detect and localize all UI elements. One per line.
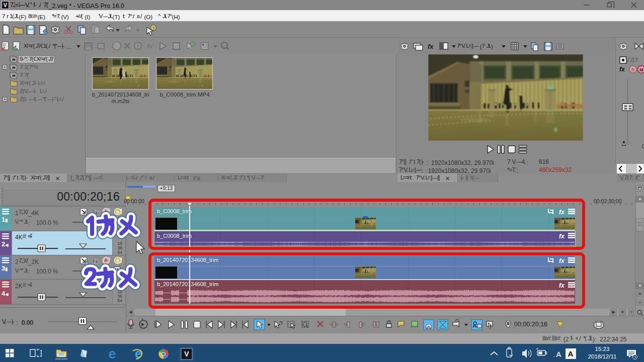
svg-text:M: M (639, 67, 643, 72)
svg-text:0: 0 (642, 143, 644, 149)
svg-text:fx: fx (93, 257, 99, 265)
svg-text:?: ? (152, 26, 154, 31)
svg-text:fx: fx (147, 42, 153, 50)
svg-text:fx: fx (428, 43, 434, 50)
svg-text:A: A (556, 350, 561, 358)
svg-text:fx: fx (619, 66, 625, 73)
svg-text:e: e (108, 346, 116, 361)
svg-text:A: A (568, 349, 574, 358)
svg-text:V: V (184, 350, 189, 358)
svg-text:R: R (631, 67, 634, 72)
svg-text:S: S (116, 258, 119, 263)
